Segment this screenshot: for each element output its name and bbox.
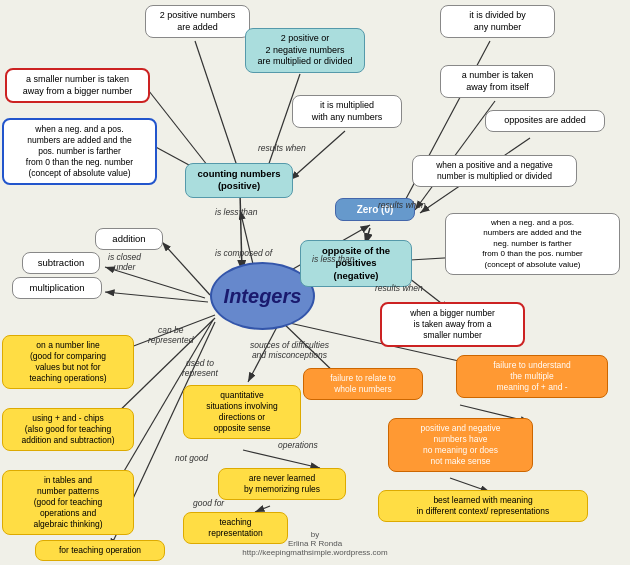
label-is-composed-of: is composed of bbox=[215, 248, 272, 258]
node-label: when a bigger number is taken away from … bbox=[410, 308, 495, 340]
label-sources-difficulties: sources of difficultiesand misconception… bbox=[250, 340, 329, 360]
node-label: failure to understand the multiple meani… bbox=[493, 360, 571, 392]
node-label: in tables and number patterns (good for … bbox=[34, 475, 103, 529]
footer-text: by Erlina R Ronda http://keepingmathsimp… bbox=[242, 530, 387, 557]
node-number-line: on a number line (good for comparing val… bbox=[2, 335, 134, 389]
node-label: using + and - chips (also good for teach… bbox=[21, 413, 114, 445]
node-label: on a number line (good for comparing val… bbox=[29, 340, 106, 383]
node-taken-from-itself: a number is taken away from itself bbox=[440, 65, 555, 98]
node-never-memorizing: are never learned by memorizing rules bbox=[218, 468, 346, 500]
node-teaching-operation: for teaching operation bbox=[35, 540, 165, 561]
node-two-pos-added: 2 positive numbers are added bbox=[145, 5, 250, 38]
node-divided-any: it is divided by any number bbox=[440, 5, 555, 38]
node-label: opposites are added bbox=[504, 115, 586, 125]
node-label: addition bbox=[112, 233, 145, 244]
node-multiplication: multiplication bbox=[12, 277, 102, 299]
node-failure-whole: failure to relate to whole numbers bbox=[303, 368, 423, 400]
node-pos-neg-no-meaning: positive and negative numbers have no me… bbox=[388, 418, 533, 472]
label-results-when-2: results when bbox=[378, 200, 426, 210]
node-label: it is divided by any number bbox=[469, 10, 526, 32]
node-bigger-from-smaller: when a bigger number is taken away from … bbox=[380, 302, 525, 347]
node-tables-patterns: in tables and number patterns (good for … bbox=[2, 470, 134, 535]
label-operations: operations bbox=[278, 440, 318, 450]
node-label: best learned with meaning in different c… bbox=[417, 495, 550, 516]
svg-line-27 bbox=[243, 450, 320, 468]
node-subtraction: subtraction bbox=[22, 252, 100, 274]
node-smaller-from-bigger: a smaller number is taken away from a bi… bbox=[5, 68, 150, 103]
node-quantitative-situations: quantitative situations involving direct… bbox=[183, 385, 301, 439]
label-can-be-represented: can berepresented bbox=[148, 325, 193, 345]
node-neg-pos-added-farther-pos: when a neg. and a pos. numbers are added… bbox=[445, 213, 620, 275]
node-label: a number is taken away from itself bbox=[462, 70, 534, 92]
node-label: 2 positive numbers are added bbox=[160, 10, 236, 32]
node-label: counting numbers (positive) bbox=[198, 168, 281, 191]
label-used-to-represent: used torepresent bbox=[182, 358, 218, 378]
node-two-pos-neg-mult: 2 positive or 2 negative numbers are mul… bbox=[245, 28, 365, 73]
label-results-when-3: results when bbox=[375, 283, 423, 293]
node-label: a smaller number is taken away from a bi… bbox=[23, 74, 133, 96]
label-is-closed-under: is closedunder bbox=[108, 252, 141, 272]
svg-line-10 bbox=[240, 192, 242, 272]
svg-line-16 bbox=[105, 292, 208, 302]
node-label: when a neg. and a pos. numbers are added… bbox=[482, 218, 583, 269]
node-label: subtraction bbox=[38, 257, 84, 268]
svg-line-2 bbox=[195, 41, 240, 175]
label-results-when-1: results when bbox=[258, 143, 306, 153]
node-label: positive and negative numbers have no me… bbox=[421, 423, 501, 466]
label-is-less-than-2: is less than bbox=[312, 254, 355, 264]
node-label: when a positive and a negative number is… bbox=[436, 160, 553, 181]
node-label: are never learned by memorizing rules bbox=[244, 473, 320, 494]
node-opposites-added: opposites are added bbox=[485, 110, 605, 132]
node-label: it is multiplied with any numbers bbox=[312, 100, 383, 122]
label-not-good: not good bbox=[175, 453, 208, 463]
node-label: multiplication bbox=[30, 282, 85, 293]
node-counting-numbers: counting numbers (positive) bbox=[185, 163, 293, 198]
node-label: for teaching operation bbox=[59, 545, 141, 555]
svg-line-5 bbox=[290, 131, 345, 180]
node-neg-pos-added-farther-neg: when a neg. and a pos. numbers are added… bbox=[2, 118, 157, 185]
label-good-for: good for bbox=[193, 498, 224, 508]
node-chips: using + and - chips (also good for teach… bbox=[2, 408, 134, 451]
node-addition: addition bbox=[95, 228, 163, 250]
node-failure-meaning: failure to understand the multiple meani… bbox=[456, 355, 608, 398]
svg-line-14 bbox=[162, 242, 210, 295]
node-label: when a neg. and a pos. numbers are added… bbox=[26, 124, 133, 178]
label-is-less-than-1: is less than bbox=[215, 207, 258, 217]
node-multiplied-any: it is multiplied with any numbers bbox=[292, 95, 402, 128]
footer: by Erlina R Ronda http://keepingmathsimp… bbox=[242, 530, 387, 557]
node-label: 2 positive or 2 negative numbers are mul… bbox=[257, 33, 352, 66]
node-best-learned: best learned with meaning in different c… bbox=[378, 490, 588, 522]
node-pos-neg-mult-div: when a positive and a negative number is… bbox=[412, 155, 577, 187]
node-label: failure to relate to whole numbers bbox=[330, 373, 396, 394]
node-label: quantitative situations involving direct… bbox=[206, 390, 277, 433]
